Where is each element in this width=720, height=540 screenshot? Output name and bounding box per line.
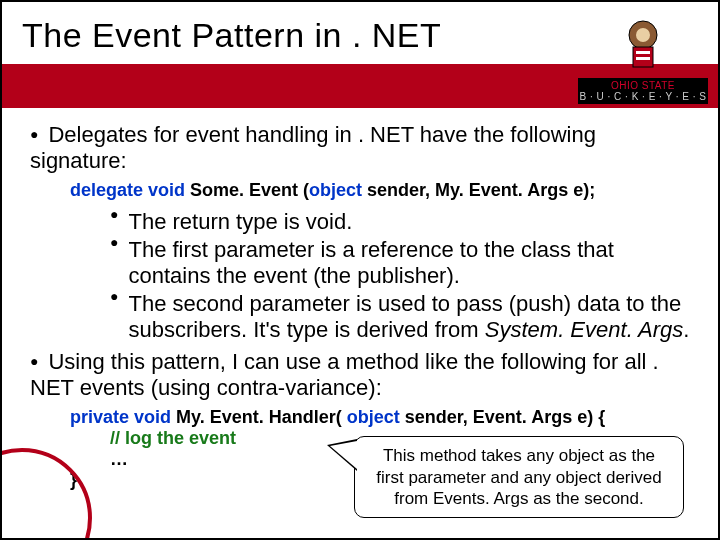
logo-bottom-text: B · U · C · K · E · Y · E · S	[578, 91, 708, 102]
sub-bullet-2: ● The first parameter is a reference to …	[110, 237, 690, 289]
callout-box: This method takes any object as the firs…	[354, 436, 684, 518]
code-text: Some. Event (	[185, 180, 309, 200]
bullet-icon: ●	[110, 206, 118, 232]
bullet-1: ●Delegates for event handling in . NET h…	[30, 122, 690, 174]
bullet-2: ●Using this pattern, I can use a method …	[30, 349, 690, 401]
code-text: My. Event. Handler(	[171, 407, 347, 427]
bullet-icon: ●	[110, 234, 118, 286]
logo-top-text: OHIO STATE	[611, 80, 675, 91]
logo-wordmark: OHIO STATE B · U · C · K · E · Y · E · S	[578, 78, 708, 104]
delegate-signature: delegate void Some. Event (object sender…	[70, 180, 690, 201]
slide-title: The Event Pattern in . NET	[22, 16, 441, 55]
sub-bullet-1-text: The return type is void.	[128, 209, 352, 235]
code-keyword: delegate void	[70, 180, 185, 200]
bullet-1-text: Delegates for event handling in . NET ha…	[30, 122, 596, 173]
callout-text: This method takes any object as the firs…	[376, 446, 661, 508]
sub-bullet-3-text: The second parameter is used to pass (pu…	[128, 291, 690, 343]
sub-bullet-3: ● The second parameter is used to pass (…	[110, 291, 690, 343]
code-text: sender, Event. Args e) {	[400, 407, 605, 427]
system-eventargs-text: System. Event. Args	[485, 317, 683, 342]
bullet-2-text: Using this pattern, I can use a method l…	[30, 349, 659, 400]
code-line-1: private void My. Event. Handler( object …	[70, 407, 690, 428]
code-keyword: object	[347, 407, 400, 427]
ohio-state-logo: OHIO STATE B · U · C · K · E · Y · E · S	[578, 8, 708, 108]
bullet-icon: ●	[110, 288, 118, 340]
svg-rect-4	[636, 57, 650, 60]
code-keyword: object	[309, 180, 362, 200]
brutus-mascot-icon	[578, 8, 708, 78]
sub-bullet-1: ● The return type is void.	[110, 209, 690, 235]
svg-point-1	[636, 28, 650, 42]
sub-bullet-2-text: The first parameter is a reference to th…	[128, 237, 690, 289]
slide: The Event Pattern in . NET OHIO STATE B …	[0, 0, 720, 540]
code-keyword: private void	[70, 407, 171, 427]
code-text: sender, My. Event. Args e);	[362, 180, 595, 200]
bullet-icon: ●	[30, 126, 38, 142]
bullet-icon: ●	[30, 353, 38, 369]
svg-rect-3	[636, 51, 650, 54]
